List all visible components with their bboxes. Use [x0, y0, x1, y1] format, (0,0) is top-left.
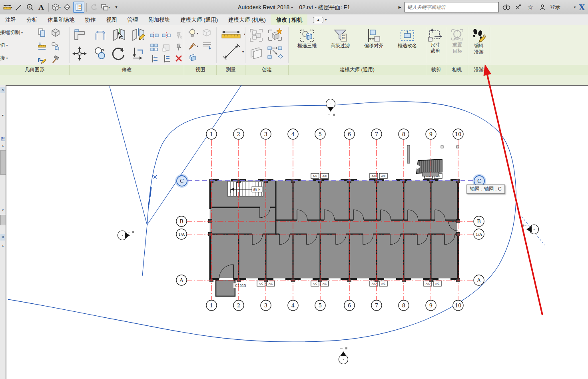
chevron-down-icon[interactable]: ▾: [574, 5, 576, 9]
search-input[interactable]: [405, 2, 499, 12]
reset-target-button-disabled[interactable]: 重置 目标: [445, 28, 469, 54]
split-element-icon[interactable]: [112, 28, 126, 44]
tab-mdm-mep[interactable]: 建模大师 (机电): [223, 14, 271, 25]
search-binoculars-icon[interactable]: [502, 3, 511, 12]
box-rename-button[interactable]: 框选改名: [395, 28, 420, 49]
create-group-icon[interactable]: [249, 28, 264, 43]
spot-dimension-button[interactable]: [14, 2, 24, 12]
tab-modify-camera-active[interactable]: 修改 | 相机: [271, 14, 307, 25]
tab-manage[interactable]: 管理: [122, 14, 144, 25]
customize-qat-button[interactable]: ▼: [111, 2, 122, 12]
palette-close-button[interactable]: ×: [0, 234, 5, 241]
demolish-hammer-icon[interactable]: [50, 54, 61, 64]
panel-label-create[interactable]: 创建: [245, 65, 289, 75]
edit-profile-icon[interactable]: [37, 54, 47, 64]
tab-addins[interactable]: 附加模块: [144, 14, 175, 25]
text-icon: A: [38, 3, 45, 11]
switch-windows-button[interactable]: ▾: [100, 2, 110, 12]
advanced-filter-button[interactable]: 高级过滤: [327, 28, 353, 49]
schedule-button-active[interactable]: [73, 2, 84, 13]
box-select-3d-button[interactable]: 框选三维: [294, 28, 320, 49]
panel-label-view[interactable]: 视图: [184, 65, 217, 75]
panel-label-measure[interactable]: 测量: [217, 65, 245, 75]
panel-label-camera[interactable]: 相机: [446, 65, 468, 75]
delete-icon[interactable]: [174, 54, 183, 63]
sync-button-disabled[interactable]: [89, 2, 99, 12]
trim-extend-icon[interactable]: [149, 54, 159, 64]
join-end-cut-dropdown[interactable]: 接端切割▾: [0, 29, 23, 36]
tab-analyze[interactable]: 分析: [21, 14, 42, 25]
svg-text:2: 2: [237, 303, 240, 309]
rotate-icon[interactable]: [110, 45, 126, 61]
section-button[interactable]: [62, 2, 72, 12]
array-icon[interactable]: [149, 43, 159, 52]
copy-icon[interactable]: [93, 46, 107, 60]
tag-button[interactable]: 1: [25, 2, 35, 12]
trim-corner-icon[interactable]: [161, 54, 171, 64]
align-icon[interactable]: [130, 46, 145, 60]
communication-center-icon[interactable]: [514, 3, 523, 12]
tab-annotate[interactable]: 注释: [0, 14, 21, 25]
measure-dimension-icon[interactable]: [221, 29, 241, 40]
measure-between-icon[interactable]: [222, 43, 241, 60]
tab-collaborate[interactable]: 协作: [80, 14, 101, 25]
tab-mdm-general[interactable]: 建模大师 (通用): [175, 14, 223, 25]
tab-massing-site[interactable]: 体量和场地: [42, 14, 80, 25]
panel-label-crop[interactable]: 裁剪: [426, 65, 446, 75]
create-parts-icon[interactable]: [267, 45, 284, 60]
panel-label-geometry[interactable]: 几何图形: [0, 65, 70, 75]
pin-icon[interactable]: [174, 43, 183, 52]
palette-close-button[interactable]: ×: [0, 87, 5, 93]
offset-icon[interactable]: [94, 28, 107, 42]
edit-walkthrough-button[interactable]: 编辑 漫游: [467, 28, 491, 55]
size-crop-button[interactable]: 尺寸 裁剪: [423, 28, 447, 54]
hide-isolate-icon[interactable]: [187, 53, 197, 62]
displace-elements-icon[interactable]: [202, 28, 211, 37]
split-element2-icon[interactable]: [161, 31, 171, 40]
paste-icon[interactable]: [37, 28, 47, 38]
geometry-cube-icon[interactable]: [50, 28, 61, 38]
override-graphics-icon[interactable]: [202, 41, 212, 50]
palette-dropdown-icon[interactable]: ▼: [0, 114, 5, 117]
svg-text:A/C: A/C: [381, 174, 385, 177]
create-assembly-icon[interactable]: [249, 45, 265, 60]
scrollbar-thumb[interactable]: [0, 150, 6, 175]
palette-clipped-text[interactable]: 型: [0, 136, 5, 142]
chevron-down-icon: ▾: [59, 6, 61, 9]
scrollbar-thumb[interactable]: [0, 215, 6, 225]
favorites-star-icon[interactable]: ☆: [526, 3, 535, 12]
aligned-dimension-button[interactable]: ▾: [2, 2, 13, 12]
wall-corner-icon[interactable]: [73, 28, 87, 42]
text-button[interactable]: A: [36, 2, 46, 12]
chevron-down-icon: ▾: [6, 44, 8, 47]
sign-in-label[interactable]: 登录: [550, 4, 560, 11]
scroll-up-icon[interactable]: ∧: [0, 245, 5, 248]
exchange-apps-icon[interactable]: X: [579, 3, 585, 12]
scale-icon[interactable]: [161, 43, 171, 52]
default-3d-view-button[interactable]: ▾: [51, 2, 61, 12]
scroll-down-icon[interactable]: ∨: [0, 209, 5, 212]
ribbon-collapse-control[interactable]: ▲ ▾: [313, 14, 327, 25]
demolish-cube-icon[interactable]: [50, 41, 61, 52]
offset-align-button[interactable]: 偏移对齐: [361, 28, 387, 49]
user-icon[interactable]: [538, 3, 547, 12]
linework-brush-icon[interactable]: [187, 41, 197, 51]
unpin-icon[interactable]: [174, 31, 183, 40]
split-gap-icon[interactable]: [149, 31, 159, 40]
panel-label-walkthrough[interactable]: 漫游: [468, 65, 490, 75]
chevron-down-icon: ▾: [197, 44, 198, 48]
move-icon[interactable]: [72, 46, 87, 61]
search-expand-icon[interactable]: ▶: [399, 5, 401, 9]
panel-label-modify[interactable]: 修改: [70, 65, 184, 75]
cut-dropdown[interactable]: 切▾: [0, 42, 8, 49]
title-bar: ▾ 1 A ▾ ▾ ▼ Autodesk Revit 2018 - 02.rvt…: [0, 0, 588, 15]
floor-plan-svg[interactable]: 向上A/CA/CA/CA/CA/CA/CA/CA/CA/CA/CA/CA/CA/…: [6, 85, 587, 379]
tab-view[interactable]: 视图: [101, 14, 122, 25]
create-similar-icon[interactable]: [267, 28, 283, 43]
panel-label-mdm-general[interactable]: 建模大师 (通用): [289, 65, 426, 75]
join-dropdown[interactable]: 接▾: [0, 55, 8, 62]
edit-wall-icon[interactable]: [131, 28, 146, 44]
level-icon[interactable]: [37, 41, 47, 52]
reveal-hidden-icon[interactable]: [188, 28, 197, 39]
scroll-up-icon[interactable]: ∧: [0, 144, 5, 148]
